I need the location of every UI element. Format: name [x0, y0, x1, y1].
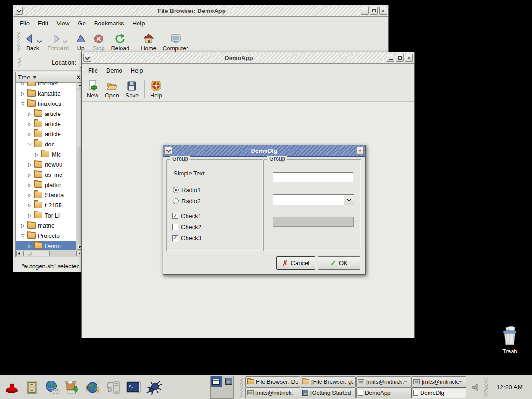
expander-icon[interactable] [27, 111, 33, 116]
expander-icon[interactable] [27, 121, 33, 127]
workspace-1[interactable] [211, 376, 222, 387]
tree-item[interactable]: t-2155 [16, 200, 76, 210]
scrollbar-thumb[interactable] [23, 251, 50, 256]
expander-icon[interactable] [27, 193, 33, 198]
expander-icon[interactable] [34, 152, 40, 157]
ok-button[interactable]: ✓ OK [318, 256, 360, 270]
location-bar-handle[interactable] [18, 58, 21, 67]
expander-icon[interactable] [27, 203, 33, 208]
close-button[interactable]: × [405, 54, 413, 62]
tree-item[interactable]: kantakta [16, 88, 76, 98]
file-manager-launcher[interactable] [23, 378, 41, 397]
taskbar-button-file-browser-min[interactable]: [File Browser: gt [301, 376, 356, 387]
taskbar-button-file-browser[interactable]: File Browser: De [245, 376, 300, 387]
expander-icon[interactable] [27, 213, 33, 218]
cancel-button[interactable]: ✗ Cancel [276, 256, 315, 270]
tree-item[interactable]: doc [16, 139, 76, 149]
expander-icon[interactable] [27, 172, 33, 177]
expander-icon[interactable] [27, 162, 33, 167]
menu-edit[interactable]: Edit [34, 18, 52, 29]
menu-bookmarks[interactable]: Bookmarks [90, 18, 128, 29]
scroll-left-arrow[interactable] [16, 251, 22, 256]
file-browser-titlebar[interactable]: File Browser: DemoApp × [13, 5, 388, 17]
menu-demo[interactable]: Demo [102, 65, 127, 76]
menu-go[interactable]: Go [73, 18, 90, 29]
expander-icon[interactable] [20, 233, 26, 238]
help-button[interactable]: Help [147, 79, 165, 100]
minimize-button[interactable] [387, 54, 394, 62]
volume-icon[interactable] [471, 383, 480, 392]
workspace-4[interactable] [222, 387, 233, 398]
tree-item[interactable]: os_inc [16, 169, 76, 180]
workspace-3[interactable] [211, 387, 222, 398]
minimize-button[interactable] [361, 7, 369, 15]
computer-button[interactable]: Computer [160, 31, 192, 53]
tree-pane-dropdown-icon[interactable] [33, 76, 36, 79]
check1-option[interactable]: Check1 [172, 212, 201, 219]
new-button[interactable]: New [84, 79, 102, 100]
clock[interactable]: 12:20 AM [496, 384, 523, 391]
toolbar-handle[interactable] [17, 32, 20, 52]
mozilla-browser-launcher[interactable] [84, 378, 102, 397]
taskbar-button-terminal-1[interactable]: [mits@mitnick:~ [356, 376, 411, 387]
tree-pane-header[interactable]: Tree × [16, 72, 83, 83]
tree-item[interactable]: platfor [16, 180, 76, 190]
window-menu-button[interactable] [83, 54, 91, 62]
tree-item[interactable]: article [16, 109, 76, 119]
checkbox-icon[interactable] [172, 224, 178, 230]
menu-help[interactable]: Help [127, 65, 147, 76]
clock-handle[interactable] [484, 378, 488, 397]
tree-item[interactable]: linuxfocu [16, 98, 76, 109]
window-menu-button[interactable] [164, 147, 172, 155]
menu-help[interactable]: Help [128, 18, 149, 29]
web-browser-launcher[interactable] [43, 378, 61, 397]
check3-option[interactable]: Check3 [172, 235, 201, 242]
demodlg-titlebar[interactable]: DemoDlg × [163, 145, 365, 157]
text-field[interactable] [273, 172, 353, 182]
hardware-browser-launcher[interactable] [104, 378, 122, 397]
expander-icon[interactable] [27, 182, 33, 187]
home-button[interactable]: Home [138, 31, 159, 53]
tree-pane-close-icon[interactable]: × [77, 73, 80, 81]
taskbar-button-demoapp[interactable]: DemoApp [356, 387, 411, 398]
forward-dropdown-icon[interactable] [62, 39, 67, 43]
expander-icon[interactable] [20, 82, 26, 86]
tree-item[interactable]: internet [16, 82, 76, 88]
open-button[interactable]: Open [102, 79, 122, 100]
close-button[interactable]: × [356, 147, 364, 155]
taskbar-button-terminal-3[interactable]: [mits@mitnick:~ [245, 387, 300, 398]
package-installer-launcher[interactable] [64, 378, 81, 397]
radio-selected-icon[interactable] [173, 187, 179, 193]
forward-button[interactable]: Forward [44, 31, 72, 53]
expander-icon[interactable] [20, 91, 26, 96]
tree-item[interactable]: Mic [16, 149, 76, 159]
menu-file[interactable]: File [16, 18, 34, 29]
bug-tool-launcher[interactable] [145, 378, 163, 397]
tree-item[interactable]: Standa [16, 190, 76, 200]
close-button[interactable]: × [379, 7, 387, 15]
expander-icon[interactable] [20, 223, 26, 228]
radio1-option[interactable]: Radio1 [173, 187, 200, 193]
redhat-menu-launcher[interactable] [3, 378, 20, 397]
expander-icon[interactable] [27, 243, 33, 248]
taskbar-button-getting-started[interactable]: [Getting Started [301, 387, 356, 398]
combo-dropdown-button[interactable] [344, 194, 354, 205]
combo-box-field[interactable] [273, 194, 344, 205]
check2-option[interactable]: Check2 [172, 224, 201, 230]
trash-desktop-icon[interactable]: Trash [497, 326, 523, 355]
expander-icon[interactable] [20, 101, 26, 106]
tree-item[interactable]: Projects [16, 230, 76, 241]
taskbar-button-terminal-2[interactable]: [mits@mitnick:~ [411, 376, 466, 387]
save-button[interactable]: Save [122, 79, 142, 100]
maximize-button[interactable] [396, 54, 404, 62]
expander-icon[interactable] [27, 142, 33, 147]
terminal-launcher[interactable]: >_ [125, 378, 142, 397]
back-dropdown-icon[interactable] [37, 39, 42, 43]
tree-item[interactable]: Tor Lil [16, 210, 76, 220]
expander-icon[interactable] [27, 132, 33, 137]
back-button[interactable]: Back [21, 31, 44, 53]
taskbar-button-demodlg[interactable]: DemoDlg [411, 387, 466, 398]
tree-item[interactable]: article [16, 119, 76, 129]
tree-item[interactable]: new00 [16, 159, 76, 169]
demoapp-titlebar[interactable]: DemoApp × [82, 52, 414, 64]
